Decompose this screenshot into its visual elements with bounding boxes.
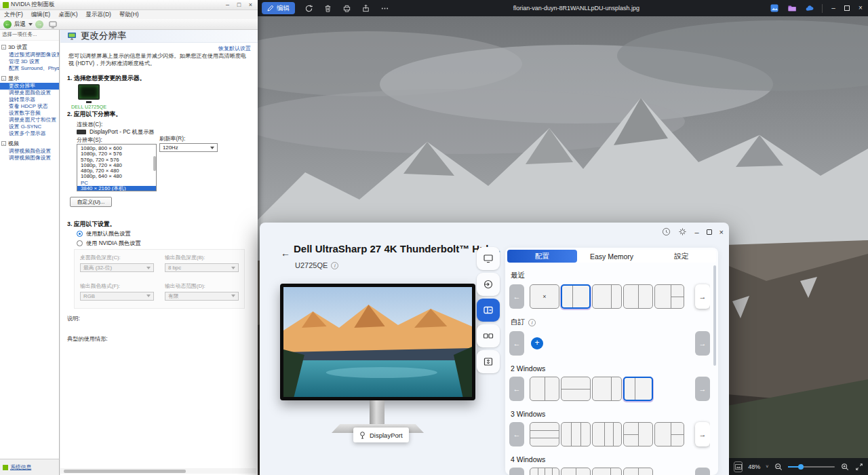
minimize-button[interactable]: – [694, 229, 698, 235]
add-layout-button[interactable]: + [531, 337, 543, 349]
field-dropdown[interactable]: RGB [80, 292, 154, 301]
resolution-option[interactable]: 3840 × 2160 (本机) [77, 186, 156, 191]
menu-item[interactable]: 桌面(K) [54, 10, 81, 19]
tree-item[interactable]: 设置数字音频 [0, 110, 59, 117]
delete-icon[interactable] [322, 3, 333, 14]
back-button[interactable]: ← [3, 20, 12, 28]
options-icon[interactable] [477, 350, 500, 373]
easy-arrange-icon[interactable] [477, 299, 500, 322]
dell-tab[interactable]: 設定 [646, 250, 716, 263]
layout-option[interactable] [561, 377, 591, 401]
maximize-button[interactable] [707, 229, 712, 235]
layout-option[interactable] [561, 468, 591, 475]
minimize-button[interactable]: – [829, 0, 837, 16]
multi-display-icon[interactable] [477, 324, 500, 347]
dell-tab[interactable]: 配置 [507, 250, 577, 263]
customize-button[interactable]: 自定义(U)... [70, 197, 112, 207]
tree-group[interactable]: -视频 [0, 140, 59, 147]
zoom-slider[interactable] [788, 466, 835, 468]
layout-option[interactable] [592, 284, 622, 309]
home-view-icon[interactable] [49, 20, 57, 28]
print-icon[interactable] [341, 3, 352, 14]
maximize-button[interactable] [844, 5, 850, 11]
back-dropdown-chevron-icon[interactable] [28, 23, 33, 26]
tree-item[interactable]: 配置 Surround、PhysX [0, 65, 59, 72]
zoom-level[interactable]: 48% [748, 463, 760, 470]
menu-item[interactable]: 文件(F) [0, 10, 27, 19]
dell-tab[interactable]: Easy Memory [577, 250, 647, 263]
back-arrow-button[interactable]: ← [281, 248, 290, 259]
close-button[interactable]: × [245, 0, 256, 10]
collapse-icon[interactable]: - [1, 141, 6, 146]
resolution-list-scrollbar[interactable] [153, 156, 156, 171]
gear-icon[interactable] [678, 227, 687, 236]
layout-option[interactable]: × [530, 284, 559, 309]
tree-item[interactable]: 设置多个显示器 [0, 130, 59, 137]
tree-item[interactable]: 更改分辨率 [0, 83, 59, 90]
onedrive-cloud-icon[interactable] [804, 3, 815, 14]
layout-option[interactable] [530, 422, 559, 446]
system-info-link[interactable]: 系统信息 [10, 463, 31, 471]
collapse-icon[interactable]: - [1, 45, 6, 50]
zoom-chevron-down-icon[interactable]: ˅ [766, 464, 768, 469]
layout-option[interactable] [561, 284, 591, 309]
edit-button[interactable]: 编辑 [262, 2, 295, 14]
zoom-slider-knob[interactable] [798, 464, 804, 470]
maximize-button[interactable]: □ [233, 0, 245, 10]
folder-icon[interactable] [787, 3, 797, 14]
layout-option[interactable] [623, 422, 653, 446]
card-scrollbar[interactable] [713, 265, 716, 366]
tree-item[interactable]: 调整桌面颜色设置 [0, 90, 59, 96]
layout-option[interactable] [623, 377, 653, 401]
gallery-icon[interactable] [769, 3, 780, 14]
display-monitor-icon[interactable] [78, 84, 100, 100]
horizontal-scrollbar-thumb[interactable] [64, 470, 186, 473]
layout-option[interactable] [592, 422, 622, 446]
filmstrip-toggle-icon[interactable] [734, 461, 743, 472]
scroll-right-button[interactable]: → [695, 284, 710, 309]
layout-option[interactable] [654, 422, 684, 446]
layout-option[interactable] [654, 284, 684, 309]
menu-item[interactable]: 帮助(H) [115, 10, 143, 19]
forward-button[interactable]: → [35, 20, 43, 28]
minimize-button[interactable]: – [222, 0, 233, 10]
field-dropdown[interactable]: 有限 [165, 292, 239, 301]
fullscreen-icon[interactable] [854, 461, 863, 472]
layout-option[interactable] [623, 468, 653, 475]
layout-option[interactable] [623, 284, 653, 309]
tree-item[interactable]: 调整视频图像设置 [0, 155, 59, 162]
tree-item[interactable]: 通过预览调整图像设置 [0, 52, 59, 58]
layout-option[interactable] [592, 377, 622, 401]
close-button[interactable]: × [719, 229, 724, 235]
refresh-rate-dropdown[interactable]: 120Hz [159, 143, 218, 152]
tree-item[interactable]: 调整视频颜色设置 [0, 148, 59, 155]
layout-option[interactable] [561, 422, 591, 446]
radio-default-color[interactable]: 使用默认颜色设置 [77, 230, 131, 238]
rotate-icon[interactable] [303, 3, 314, 14]
restore-defaults-link[interactable]: 恢复默认设置 [218, 45, 251, 52]
layout-option[interactable] [530, 377, 559, 401]
display-settings-icon[interactable] [477, 247, 500, 270]
collapse-icon[interactable]: - [1, 76, 6, 81]
tree-item[interactable]: 设置 G-SYNC [0, 124, 59, 130]
horizontal-scrollbar[interactable] [60, 468, 256, 474]
tree-group[interactable]: -3D 设置 [0, 43, 59, 51]
radio-nvidia-color[interactable]: 使用 NVIDIA 颜色设置 [77, 240, 141, 247]
tree-item[interactable]: 管理 3D 设置 [0, 58, 59, 65]
layout-option[interactable] [592, 468, 622, 475]
resolution-option[interactable]: 1080p, 640 × 480 [77, 174, 156, 179]
zoom-in-icon[interactable] [840, 461, 849, 472]
menu-item[interactable]: 显示器(D) [82, 10, 115, 19]
nvidia-resolution-list[interactable]: 1080p, 800 × 6001080p, 720 × 576576p, 72… [77, 144, 157, 191]
refresh-icon[interactable] [662, 227, 671, 236]
zoom-out-icon[interactable] [774, 461, 783, 472]
field-dropdown[interactable]: 最高 (32-位) [80, 263, 154, 272]
tree-item[interactable]: 旋转显示器 [0, 96, 59, 103]
tree-item[interactable]: 查看 HDCP 状态 [0, 103, 59, 110]
layout-option[interactable] [530, 468, 559, 475]
tree-group[interactable]: -显示 [0, 75, 59, 82]
more-options-icon[interactable] [379, 3, 390, 14]
share-icon[interactable] [360, 3, 371, 14]
info-icon[interactable]: i [528, 319, 536, 326]
close-button[interactable]: × [856, 0, 865, 16]
